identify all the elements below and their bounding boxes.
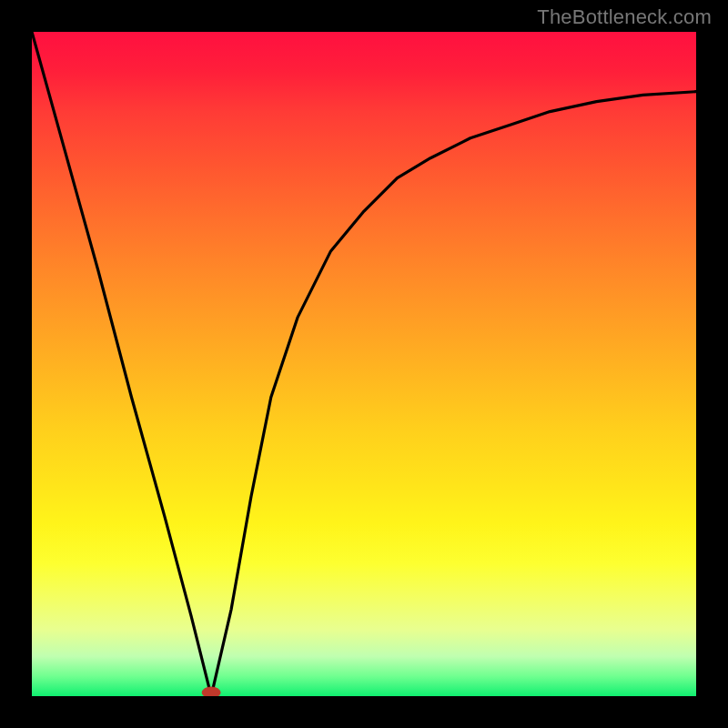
watermark-text: TheBottleneck.com [537, 5, 712, 29]
curve-group [32, 32, 696, 696]
optimal-marker [202, 687, 220, 696]
curve-svg [32, 32, 696, 696]
chart-frame: TheBottleneck.com [0, 0, 728, 728]
plot-area [32, 32, 696, 696]
bottleneck-curve [32, 32, 696, 696]
